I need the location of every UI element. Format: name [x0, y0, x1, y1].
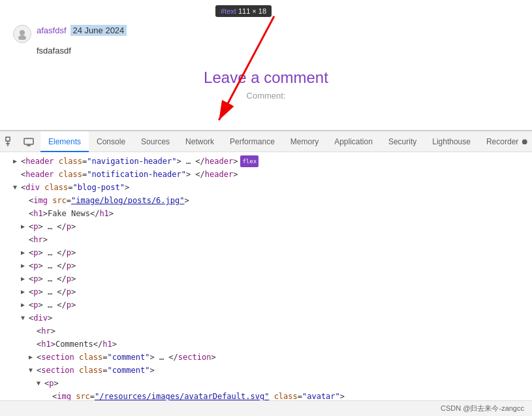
- dom-line[interactable]: <section class="comment"> … </section>: [0, 351, 532, 364]
- dom-line[interactable]: <img src="/resources/images/avatarDefaul…: [0, 390, 532, 400]
- devtools-icon-group: [3, 134, 37, 150]
- devtools-panel: Elements Console Sources Network Perform…: [0, 131, 532, 416]
- triangle-icon[interactable]: [13, 155, 21, 167]
- tab-console[interactable]: Console: [89, 131, 133, 152]
- tab-memory[interactable]: Memory: [283, 131, 326, 152]
- comment-meta: afasfdsf 24 June 2024: [37, 25, 127, 36]
- dom-line[interactable]: <div class="blog-post">: [0, 181, 532, 194]
- svg-point-0: [20, 30, 25, 35]
- dom-tree: <header class="navigation-header"> … </h…: [0, 152, 532, 400]
- bottom-bar-text: CSDN @归去来今-zangcc: [441, 404, 524, 413]
- comment-body: fsdafasdf: [37, 46, 519, 56]
- triangle-icon[interactable]: [29, 364, 37, 376]
- dom-line[interactable]: <header class="notification-header"> </h…: [0, 168, 532, 181]
- dom-line[interactable]: <p> … </p>: [0, 298, 532, 312]
- triangle-icon[interactable]: [21, 221, 29, 232]
- dom-line[interactable]: <div>: [0, 312, 532, 325]
- dom-line[interactable]: <section class="comment">: [0, 364, 532, 377]
- tab-elements[interactable]: Elements: [40, 131, 89, 152]
- dom-line[interactable]: <hr>: [0, 233, 532, 246]
- dom-line[interactable]: <p> … </p>: [0, 285, 532, 298]
- dom-line[interactable]: <h1>Fake News</h1>: [0, 207, 532, 220]
- triangle-icon[interactable]: [37, 377, 44, 389]
- tab-network[interactable]: Network: [178, 131, 222, 152]
- dom-line[interactable]: <img src="image/blog/posts/6.jpg">: [0, 194, 532, 207]
- triangle-icon[interactable]: [21, 286, 29, 298]
- dom-line[interactable]: <hr>: [0, 325, 532, 338]
- comment-date: 24 June 2024: [70, 25, 127, 36]
- triangle-icon[interactable]: [29, 351, 37, 363]
- comment-label: Comment:: [13, 91, 519, 101]
- red-arrow: [0, 0, 532, 130]
- tab-security[interactable]: Security: [381, 131, 424, 152]
- devtools-bottom-bar: CSDN @归去来今-zangcc: [0, 400, 532, 416]
- tooltip-dimensions: 111 × 18: [238, 7, 266, 15]
- tab-recorder[interactable]: Recorder ⏺: [478, 131, 532, 152]
- tab-lighthouse[interactable]: Lighthouse: [424, 131, 478, 152]
- comment-display: afasfdsf 24 June 2024: [13, 25, 519, 43]
- dom-line[interactable]: <p> … </p>: [0, 246, 532, 259]
- tab-application[interactable]: Application: [326, 131, 381, 152]
- dom-line[interactable]: <p> … </p>: [0, 272, 532, 285]
- device-icon[interactable]: [21, 134, 37, 150]
- tab-sources[interactable]: Sources: [133, 131, 178, 152]
- triangle-icon[interactable]: [21, 247, 29, 259]
- dom-line[interactable]: <h1>Comments</h1>: [0, 338, 532, 351]
- svg-point-1: [18, 35, 26, 40]
- tab-performance[interactable]: Performance: [222, 131, 283, 152]
- leave-comment-section: Leave a comment Comment:: [13, 69, 519, 101]
- dom-line[interactable]: <p>: [0, 377, 532, 390]
- dom-tooltip: #text 111 × 18: [215, 5, 272, 17]
- dom-line[interactable]: <p> … </p>: [0, 220, 532, 233]
- triangle-icon[interactable]: [21, 299, 29, 311]
- triangle-icon[interactable]: [13, 182, 21, 193]
- leave-comment-title: Leave a comment: [13, 69, 519, 87]
- inspect-icon[interactable]: [3, 134, 18, 150]
- devtools-tabs-bar: Elements Console Sources Network Perform…: [0, 131, 532, 152]
- triangle-icon[interactable]: [21, 312, 29, 324]
- svg-rect-4: [6, 137, 10, 141]
- webpage-preview: #text 111 × 18 afasfdsf 24 June 2024 fsd…: [0, 0, 532, 131]
- triangle-icon[interactable]: [21, 260, 29, 272]
- comment-author: afasfdsf: [37, 25, 67, 35]
- tooltip-hash: #text: [221, 7, 236, 15]
- svg-rect-7: [24, 138, 33, 144]
- dom-line[interactable]: <header class="navigation-header"> … </h…: [0, 155, 532, 168]
- avatar: [13, 25, 31, 43]
- dom-line[interactable]: <p> … </p>: [0, 259, 532, 272]
- triangle-icon[interactable]: [21, 273, 29, 285]
